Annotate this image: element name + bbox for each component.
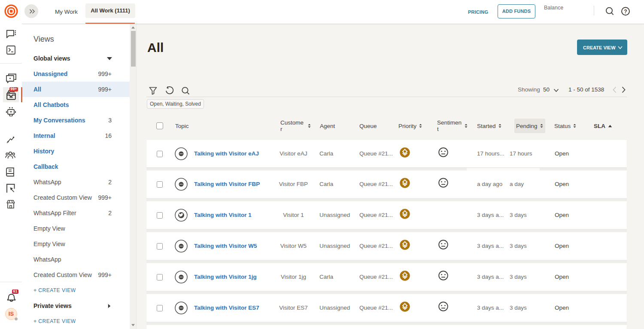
svg-text:?: ? (624, 9, 627, 15)
